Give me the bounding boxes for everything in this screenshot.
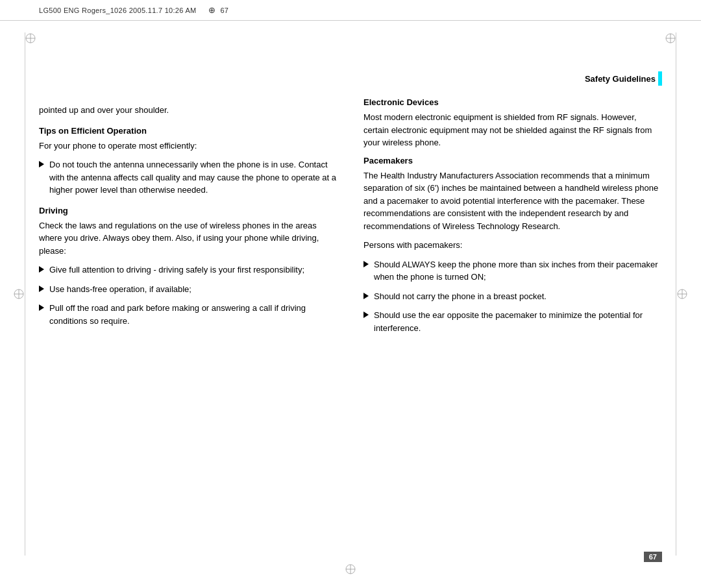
list-item: Use hands-free operation, if available; xyxy=(39,283,338,296)
bullet-text: Pull off the road and park before making… xyxy=(49,302,338,327)
bullet-arrow-icon xyxy=(39,304,44,311)
pacemakers-title: Pacemakers xyxy=(363,156,662,165)
reg-mark-top-right xyxy=(665,32,676,44)
left-margin-line xyxy=(25,32,25,556)
reg-mark-top-left xyxy=(25,32,36,44)
crosshair-symbol: ⊕ xyxy=(208,5,215,15)
bullet-text: Do not touch the antenna unnecessarily w… xyxy=(49,158,338,197)
driving-title: Driving xyxy=(39,206,338,215)
list-item: Give full attention to driving - driving… xyxy=(39,263,338,276)
pacemakers-bullet-list: Should ALWAYS keep the phone more than s… xyxy=(363,258,662,335)
page-container: LG500 ENG Rogers_1026 2005.11.7 10:26 AM… xyxy=(0,0,701,588)
list-item: Should use the ear opposite the pacemake… xyxy=(363,309,662,334)
intro-text: pointed up and over your shoulder. xyxy=(39,104,338,117)
persons-text: Persons with pacemakers: xyxy=(363,239,662,252)
content-area: pointed up and over your shoulder. Tips … xyxy=(39,97,662,536)
safety-title: Safety Guidelines xyxy=(585,74,658,84)
bullet-arrow-icon xyxy=(363,261,369,267)
driving-bullet-list: Give full attention to driving - driving… xyxy=(39,263,338,327)
page-number: 67 xyxy=(644,552,662,562)
safety-header: Safety Guidelines xyxy=(585,71,662,86)
bullet-text: Should not carry the phone in a breast p… xyxy=(374,290,662,303)
bullet-arrow-icon xyxy=(363,312,369,318)
electronic-text: Most modern electronic equipment is shie… xyxy=(363,111,662,149)
driving-text: Check the laws and regulations on the us… xyxy=(39,219,338,258)
tips-intro: For your phone to operate most efficient… xyxy=(39,140,338,153)
pacemakers-text: The Health Industry Manufacturers Associ… xyxy=(363,169,662,233)
electronic-title: Electronic Devices xyxy=(363,97,662,107)
header-text: LG500 ENG Rogers_1026 2005.11.7 10:26 AM xyxy=(39,6,197,14)
header-page-num: 67 xyxy=(221,6,228,14)
bullet-text: Give full attention to driving - driving… xyxy=(49,263,338,276)
header-bar: LG500 ENG Rogers_1026 2005.11.7 10:26 AM… xyxy=(0,0,701,21)
reg-mark-right-middle xyxy=(676,288,688,300)
list-item: Should ALWAYS keep the phone more than s… xyxy=(363,258,662,284)
bullet-arrow-icon xyxy=(39,286,44,292)
tips-bullet-list: Do not touch the antenna unnecessarily w… xyxy=(39,158,338,197)
bullet-arrow-icon xyxy=(39,266,44,273)
list-item: Do not touch the antenna unnecessarily w… xyxy=(39,158,338,197)
bullet-arrow-icon xyxy=(39,161,44,167)
tips-title: Tips on Efficient Operation xyxy=(39,126,338,136)
list-item: Should not carry the phone in a breast p… xyxy=(363,290,662,303)
list-item: Pull off the road and park before making… xyxy=(39,302,338,327)
bullet-arrow-icon xyxy=(363,293,369,299)
reg-mark-left-middle xyxy=(13,288,25,300)
bullet-text: Should ALWAYS keep the phone more than s… xyxy=(374,258,662,284)
reg-mark-bottom-center xyxy=(345,563,356,575)
right-column: Electronic Devices Most modern electroni… xyxy=(363,97,662,536)
left-column: pointed up and over your shoulder. Tips … xyxy=(39,97,338,536)
bullet-text: Should use the ear opposite the pacemake… xyxy=(374,309,662,334)
safety-accent-bar xyxy=(658,71,662,86)
bullet-text: Use hands-free operation, if available; xyxy=(49,283,338,296)
